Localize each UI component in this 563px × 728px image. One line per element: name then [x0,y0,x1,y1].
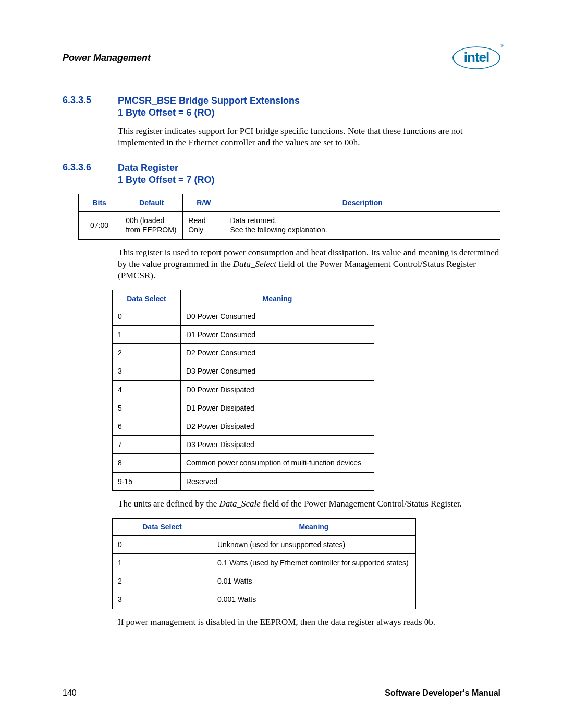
desc-line: Data returned. [230,216,277,225]
cell-description: Data returned. See the following explana… [225,212,500,239]
col-rw: R/W [183,194,225,212]
data-scale-meaning-table: Data Select Meaning 0Unknown (used for u… [112,518,416,609]
table-row: 07:00 00h (loaded from EEPROM) Read Only… [79,212,500,239]
cell: 2 [113,572,212,590]
table-row: 30.001 Watts [113,590,416,609]
cell: 0 [113,307,181,325]
section-6336: 6.3.3.6 Data Register 1 Byte Offset = 7 … [63,162,500,186]
section-title: Data Register [118,163,178,173]
paragraph: This register indicates support for PCI … [118,126,500,149]
table-header-row: Data Select Meaning [113,290,374,307]
register-table: Bits Default R/W Description 07:00 00h (… [78,194,500,239]
table-row: 10.1 Watts (used by Ethernet controller … [113,554,416,572]
cell: 1 [113,326,181,344]
cell: Unknown (used for unsupported states) [212,535,416,553]
table-row: 4D0 Power Dissipated [113,380,374,399]
col-meaning: Meaning [212,518,416,535]
table-row: 6D2 Power Dissipated [113,417,374,435]
cell-rw: Read Only [183,212,225,239]
section-subtitle: 1 Byte Offset = 6 (RO) [118,107,215,118]
table-header-row: Data Select Meaning [113,518,416,535]
table-row: 0D0 Power Consumed [113,307,374,325]
col-description: Description [225,194,500,212]
cell: Reserved [181,472,374,490]
table-row: 0Unknown (used for unsupported states) [113,535,416,553]
cell: 0 [113,535,212,553]
cell: 6 [113,417,181,435]
cell: 0.01 Watts [212,572,416,590]
cell: D2 Power Dissipated [181,417,374,435]
cell: 0.001 Watts [212,590,416,609]
paragraph: This register is used to report power co… [118,247,500,281]
table-row: 20.01 Watts [113,572,416,590]
text-italic: Data_Select [233,259,276,269]
paragraph: If power management is disabled in the E… [118,616,500,628]
page-header: Power Management intel ® [63,42,500,74]
logo-text: intel [464,50,489,66]
cell: D3 Power Dissipated [181,436,374,454]
table-header-row: Bits Default R/W Description [79,194,500,212]
table-row: 5D1 Power Dissipated [113,399,374,417]
cell: 1 [113,554,212,572]
cell-bits: 07:00 [79,212,120,239]
paragraph: The units are defined by the Data_Scale … [118,498,500,510]
cell: D1 Power Dissipated [181,399,374,417]
registered-icon: ® [500,43,504,48]
cell: D2 Power Consumed [181,344,374,362]
col-default: Default [120,194,183,212]
col-data-select: Data Select [113,518,212,535]
text-run: The units are defined by the [118,499,219,509]
cell: D0 Power Consumed [181,307,374,325]
desc-line: See the following explanation. [230,226,327,234]
cell: 2 [113,344,181,362]
page-number: 140 [63,688,77,698]
intel-logo: intel ® [452,42,500,74]
cell: D3 Power Consumed [181,362,374,380]
page: Power Management intel ® 6.3.3.5 PMCSR_B… [0,0,563,728]
section-number: 6.3.3.6 [63,162,118,186]
table-row: 2D2 Power Consumed [113,344,374,362]
cell: 7 [113,436,181,454]
text-run: field of the Power Management Control/St… [261,499,462,509]
table-row: 3D3 Power Consumed [113,362,374,380]
section-number: 6.3.3.5 [63,95,118,118]
cell: 5 [113,399,181,417]
text-italic: Data_Scale [219,499,261,509]
section-6335: 6.3.3.5 PMCSR_BSE Bridge Support Extensi… [63,95,500,118]
cell: 0.1 Watts (used by Ethernet controller f… [212,554,416,572]
table-row: 7D3 Power Dissipated [113,436,374,454]
cell: 4 [113,380,181,399]
cell: 3 [113,362,181,380]
cell: 3 [113,590,212,609]
cell: D1 Power Consumed [181,326,374,344]
cell: Common power consumption of multi-functi… [181,454,374,472]
table-row: 1D1 Power Consumed [113,326,374,344]
col-data-select: Data Select [113,290,181,307]
running-header: Power Management [63,53,151,64]
cell: 9-15 [113,472,181,490]
section-subtitle: 1 Byte Offset = 7 (RO) [118,175,215,185]
page-footer: 140 Software Developer's Manual [63,688,500,698]
section-heading: PMCSR_BSE Bridge Support Extensions 1 By… [118,95,300,118]
table-row: 8Common power consumption of multi-funct… [113,454,374,472]
data-select-meaning-table: Data Select Meaning 0D0 Power Consumed 1… [112,290,374,491]
col-bits: Bits [79,194,120,212]
cell: 8 [113,454,181,472]
document-title: Software Developer's Manual [385,688,500,698]
section-heading: Data Register 1 Byte Offset = 7 (RO) [118,162,215,186]
col-meaning: Meaning [181,290,374,307]
cell: D0 Power Dissipated [181,380,374,399]
section-title: PMCSR_BSE Bridge Support Extensions [118,95,300,106]
table-row: 9-15Reserved [113,472,374,490]
cell-default: 00h (loaded from EEPROM) [120,212,183,239]
